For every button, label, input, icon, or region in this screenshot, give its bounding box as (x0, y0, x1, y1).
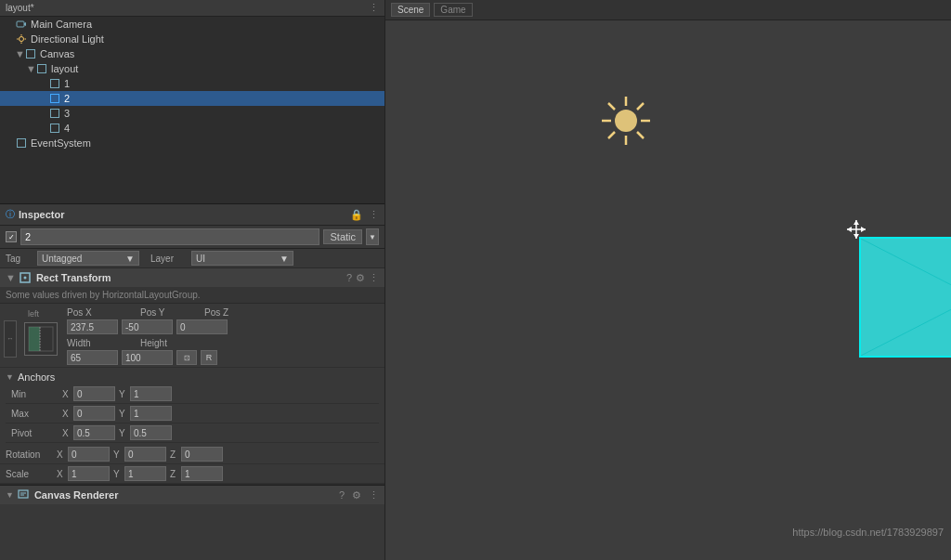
anchor-selector: left ↕ (4, 306, 63, 358)
info-icon: ⓘ (6, 208, 15, 221)
active-checkbox[interactable]: ✓ (6, 231, 17, 242)
game-tab[interactable]: Game (434, 3, 472, 17)
constrain-proportions-btn[interactable]: ⊡ (176, 350, 197, 365)
pivot-row: Pivot X Y (6, 423, 379, 443)
canvas-renderer-help[interactable]: ? (339, 489, 345, 501)
object-name-row: ✓ Static ▼ (0, 226, 384, 249)
canvas-renderer-header[interactable]: ▼ Canvas Renderer ? ⚙ ⋮ (0, 485, 384, 504)
width-input[interactable] (67, 350, 118, 365)
scale-z-field: Z (170, 466, 223, 481)
layer-dropdown[interactable]: UI ▼ (191, 251, 293, 266)
hierarchy-item-canvas[interactable]: ▼ Canvas (0, 46, 384, 61)
pivot-y-input[interactable] (130, 425, 172, 440)
rect-transform-icon (20, 271, 33, 284)
hierarchy-label-3: 3 (64, 108, 70, 119)
hierarchy-header: layout* ⋮ (0, 0, 384, 17)
hierarchy-item-layout[interactable]: ▼ layout (0, 61, 384, 76)
layer-value: UI (196, 254, 205, 264)
pos-y-label: Pos Y (140, 307, 201, 318)
pos-y-input[interactable] (122, 319, 173, 334)
svg-marker-28 (847, 227, 852, 232)
anchors-max-y-input[interactable] (130, 406, 172, 421)
static-button[interactable]: Static (323, 229, 362, 244)
pivot-fields: X Y (62, 425, 373, 440)
anchors-min-x-input[interactable] (73, 386, 115, 401)
anchors-min-y-input[interactable] (130, 386, 172, 401)
url-text: https://blog.csdn.net/1783929897 (792, 527, 944, 538)
svg-point-15 (615, 110, 637, 132)
anchors-max-y-letter: Y (119, 409, 128, 419)
tag-value: Untagged (42, 254, 82, 264)
scale-z-input[interactable] (181, 466, 223, 481)
scene-tab[interactable]: Scene (391, 3, 430, 17)
rect-transform-actions: ? ⚙ ⋮ (346, 272, 379, 284)
sun-icon (598, 93, 654, 150)
canvas-renderer-settings[interactable]: ⚙ (352, 489, 361, 501)
canvas-renderer-expand: ▼ (6, 490, 14, 500)
rotation-z-letter: Z (170, 449, 179, 460)
svg-line-21 (637, 132, 644, 138)
rotation-y-input[interactable] (124, 447, 166, 462)
scale-y-field: Y (113, 466, 166, 481)
rotation-x-letter: X (57, 449, 66, 460)
hierarchy-menu-icon[interactable]: ⋮ (369, 2, 379, 14)
static-dropdown[interactable]: ▼ (366, 228, 379, 245)
hierarchy-item-main-camera[interactable]: Main Camera (0, 17, 384, 32)
rotation-z-input[interactable] (181, 447, 223, 462)
hierarchy-item-3[interactable]: 3 (0, 106, 384, 121)
scale-y-input[interactable] (124, 466, 166, 481)
scale-y-letter: Y (113, 469, 123, 479)
pos-fields-container: Pos X Pos Y Pos Z Width Height (67, 306, 381, 365)
rotation-label: Rotation (6, 449, 57, 460)
anchors-max-label: Max (11, 409, 62, 419)
height-input[interactable] (122, 350, 173, 365)
reset-btn[interactable]: R (201, 350, 217, 365)
pos-x-input[interactable] (67, 319, 118, 334)
pivot-x-input[interactable] (73, 425, 115, 440)
pos-labels-row: Pos X Pos Y Pos Z (67, 306, 381, 318)
layer-dropdown-arrow: ▼ (280, 254, 289, 264)
pos-z-input[interactable] (176, 319, 228, 334)
scale-x-letter: X (57, 469, 66, 479)
scale-x-field: X (57, 466, 110, 481)
anchors-max-x-field: X (62, 406, 115, 421)
scale-fields: X Y Z (57, 466, 379, 481)
hierarchy-item-eventsystem[interactable]: EventSystem (0, 136, 384, 150)
help-icon[interactable]: ? (346, 272, 352, 284)
hierarchy-item-4[interactable]: 4 (0, 121, 384, 136)
anchors-max-fields: X Y (62, 406, 373, 421)
wh-values-row: ⊡ R (67, 350, 381, 365)
svg-rect-12 (19, 490, 28, 498)
hierarchy-item-directional-light[interactable]: Directional Light (0, 32, 384, 46)
canvas-renderer-title: Canvas Renderer (34, 489, 335, 501)
hierarchy-panel: layout* ⋮ Main Camera Directional Light … (0, 0, 384, 204)
hierarchy-label-main-camera: Main Camera (31, 19, 92, 30)
rotation-z-field: Z (170, 447, 223, 462)
canvas-renderer-icon (18, 488, 31, 501)
anchors-min-label: Min (11, 389, 62, 399)
rect-transform-header[interactable]: ▼ Rect Transform ? ⚙ ⋮ (0, 268, 384, 287)
settings-icon[interactable]: ⚙ (356, 272, 365, 284)
left-panel: layout* ⋮ Main Camera Directional Light … (0, 0, 385, 560)
layer-label: Layer (150, 254, 188, 264)
expand-icon-layout: ▼ (26, 63, 33, 74)
hierarchy-item-2[interactable]: 2 (0, 91, 384, 106)
canvas-renderer-more[interactable]: ⋮ (369, 489, 379, 501)
anchors-max-x-input[interactable] (73, 406, 115, 421)
lock-icon[interactable]: 🔒 (350, 209, 363, 221)
item1-icon (48, 77, 61, 90)
object-name-input[interactable] (20, 228, 319, 245)
tag-dropdown[interactable]: Untagged ▼ (37, 251, 139, 266)
scale-z-letter: Z (170, 469, 179, 479)
rect-transform-title: Rect Transform (36, 272, 343, 283)
svg-line-30 (861, 239, 951, 356)
anchor-preview-box[interactable] (24, 322, 58, 356)
inspector-menu-icon[interactable]: ⋮ (369, 209, 379, 221)
rotation-x-input[interactable] (68, 447, 110, 462)
scale-x-input[interactable] (68, 466, 110, 481)
rotation-row: Rotation X Y Z (0, 445, 384, 464)
hierarchy-item-1[interactable]: 1 (0, 76, 384, 91)
anchors-min-x-letter: X (62, 389, 72, 399)
more-icon[interactable]: ⋮ (369, 272, 379, 284)
scene-area: Scene Game (385, 0, 951, 560)
